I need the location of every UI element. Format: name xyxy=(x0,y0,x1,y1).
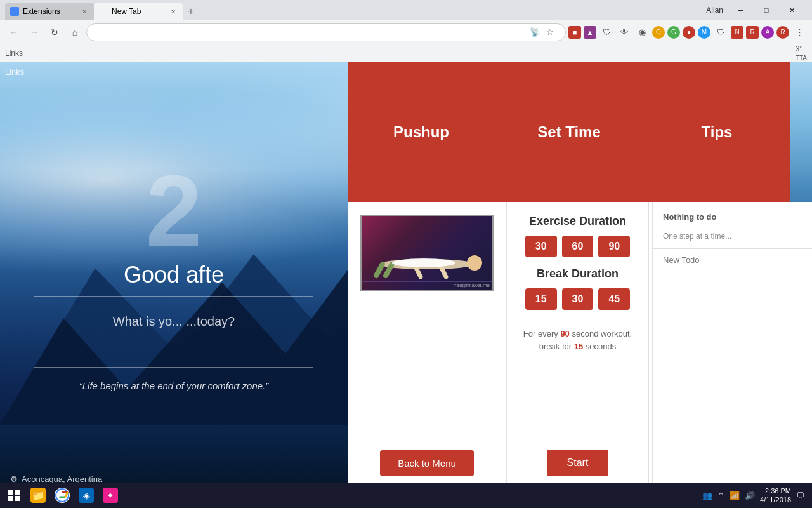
toolbar-icon-11[interactable]: N xyxy=(731,26,743,39)
network-icon: 📶 xyxy=(730,491,740,500)
todo-panel: Nothing to do One step at a time... xyxy=(652,202,812,489)
address-bar[interactable]: 📡 ☆ xyxy=(86,23,566,41)
todo-new-input[interactable] xyxy=(653,248,812,271)
toolbar-icon-6[interactable]: O xyxy=(652,26,665,39)
bg-quote: “Life begins at the end of your comfort … xyxy=(79,380,269,391)
maximize-button[interactable]: □ xyxy=(754,1,779,19)
back-to-menu-button[interactable]: Back to Menu xyxy=(380,450,474,476)
tab-bar: Extensions ✕ New Tab ✕ + xyxy=(3,1,696,20)
tab-settime[interactable]: Set Time xyxy=(495,62,643,202)
pushup-panel: freegifmaker.me Back to Menu xyxy=(348,202,507,489)
svg-point-8 xyxy=(392,258,455,267)
toolbar-icon-2[interactable]: ▲ xyxy=(584,26,596,39)
settime-panel: Exercise Duration 30 60 90 Break Duratio… xyxy=(507,202,649,489)
cast-icon[interactable]: 📡 xyxy=(527,25,542,40)
temp-display: 3°TTA xyxy=(796,44,807,62)
reload-button[interactable]: ↻ xyxy=(46,23,63,41)
tab-extensions-close[interactable]: ✕ xyxy=(80,7,89,16)
svg-point-3 xyxy=(467,255,482,271)
toolbar-icon-7[interactable]: G xyxy=(667,26,680,39)
app4-icon[interactable]: ✦ xyxy=(99,485,122,505)
tab-pushup-label: Pushup xyxy=(393,123,449,141)
bg-divider2 xyxy=(34,367,313,368)
toolbar-icon-4[interactable]: 👁 xyxy=(617,25,632,40)
toolbar-icon-13[interactable]: A xyxy=(761,26,774,39)
tab-settime-label: Set Time xyxy=(537,123,601,141)
exercise-90-button[interactable]: 90 xyxy=(598,236,630,257)
newtab-favicon xyxy=(99,7,108,16)
tab-tips[interactable]: Tips xyxy=(643,62,790,202)
svg-rect-11 xyxy=(8,496,13,501)
start-button[interactable] xyxy=(3,485,25,505)
break-45-button[interactable]: 45 xyxy=(598,288,630,310)
nav-toolbar-icons: ■ ▲ 🛡 👁 ◉ O G ● M 🛡 N R A R ⋮ xyxy=(568,25,807,40)
break-duration-label: Break Duration xyxy=(537,267,619,281)
bg-number: 2 xyxy=(146,160,202,262)
todo-nothing-label: Nothing to do xyxy=(653,202,812,232)
toolbar-icon-10[interactable]: 🛡 xyxy=(713,25,728,40)
todo-substep: One step at a time... xyxy=(653,232,812,248)
for-every-text: For every 90 second workout, break for 1… xyxy=(523,328,632,352)
volume-icon: 🔊 xyxy=(745,491,755,500)
tab-newtab-label: New Tab xyxy=(112,7,141,16)
exercise-duration-label: Exercise Duration xyxy=(529,215,626,228)
break-seconds: 15 xyxy=(574,342,583,351)
break-15-button[interactable]: 15 xyxy=(525,288,557,310)
svg-rect-12 xyxy=(15,496,20,501)
panel-tabs: Pushup Set Time Tips xyxy=(348,62,790,202)
back-button[interactable]: ← xyxy=(5,23,23,41)
minimize-button[interactable]: ─ xyxy=(728,1,754,19)
taskbar: 📁 ◈ ✦ 👥 ⌃ 📶 🔊 2:36 PM 4/11/2018 🗨 xyxy=(0,483,812,508)
time-display: 2:36 PM xyxy=(760,486,791,495)
toolbar-icon-9[interactable]: M xyxy=(698,26,710,39)
break-buttons: 15 30 45 xyxy=(525,288,630,310)
toolbar-icon-1[interactable]: ■ xyxy=(568,26,581,39)
bookmark-icon[interactable]: ☆ xyxy=(542,25,558,40)
toolbar-icon-8[interactable]: ● xyxy=(683,26,695,39)
toolbar-icon-14[interactable]: R xyxy=(776,26,789,39)
tab-pushup[interactable]: Pushup xyxy=(348,62,495,202)
tab-extensions[interactable]: Extensions ✕ xyxy=(5,3,94,20)
toolbar-icon-12[interactable]: R xyxy=(746,26,759,39)
links-label: Links xyxy=(5,49,23,58)
svg-line-6 xyxy=(376,264,383,276)
people-icon: 👥 xyxy=(702,491,712,500)
watermark: freegifmaker.me xyxy=(454,283,490,288)
home-button[interactable]: ⌂ xyxy=(66,23,84,41)
background-content: 2 Good afte What is yo... ...today? “Lif… xyxy=(0,62,348,489)
exercise-60-button[interactable]: 60 xyxy=(562,236,594,257)
toolbar-icon-5[interactable]: ◉ xyxy=(634,25,650,40)
up-arrow-icon[interactable]: ⌃ xyxy=(717,491,724,500)
new-tab-button[interactable]: + xyxy=(183,3,199,20)
bg-greeting: Good afte xyxy=(124,262,224,288)
nav-bar: ← → ↻ ⌂ 📡 ☆ ■ ▲ 🛡 👁 ◉ O G ● M 🛡 N R A R … xyxy=(0,20,812,44)
close-button[interactable]: ✕ xyxy=(779,1,804,19)
background: Links 2 Good afte What is yo... ...today… xyxy=(0,62,812,489)
tab-extensions-label: Extensions xyxy=(23,7,60,16)
notification-icon[interactable]: 🗨 xyxy=(796,491,804,500)
browser-chrome: Extensions ✕ New Tab ✕ + Allan ─ □ ✕ ← →… xyxy=(0,0,812,62)
chrome-icon[interactable] xyxy=(51,485,74,505)
windows-icon xyxy=(8,489,20,502)
vscode-icon[interactable]: ◈ xyxy=(75,485,98,505)
svg-rect-9 xyxy=(8,490,13,495)
taskbar-time: 2:36 PM 4/11/2018 xyxy=(760,486,791,505)
forward-button[interactable]: → xyxy=(25,23,43,41)
start-button[interactable]: Start xyxy=(547,450,609,476)
toolbar-icon-3[interactable]: 🛡 xyxy=(599,25,614,40)
extensions-favicon xyxy=(10,7,19,16)
extension-bar: Links | 3°TTA xyxy=(0,44,812,62)
exercise-30-button[interactable]: 30 xyxy=(525,236,557,257)
user-name: Allan xyxy=(701,6,728,15)
tab-newtab-close[interactable]: ✕ xyxy=(169,7,178,16)
break-30-button[interactable]: 30 xyxy=(562,288,594,310)
file-explorer-icon[interactable]: 📁 xyxy=(27,485,49,505)
date-display: 4/11/2018 xyxy=(760,495,791,504)
exercise-buttons: 30 60 90 xyxy=(525,236,630,257)
tab-newtab[interactable]: New Tab ✕ xyxy=(94,3,183,20)
pushup-image: freegifmaker.me xyxy=(360,215,494,291)
title-bar: Extensions ✕ New Tab ✕ + Allan ─ □ ✕ xyxy=(0,0,812,20)
bg-question: What is yo... ...today? xyxy=(113,314,235,329)
menu-icon[interactable]: ⋮ xyxy=(792,25,807,40)
tab-tips-label: Tips xyxy=(702,123,733,141)
